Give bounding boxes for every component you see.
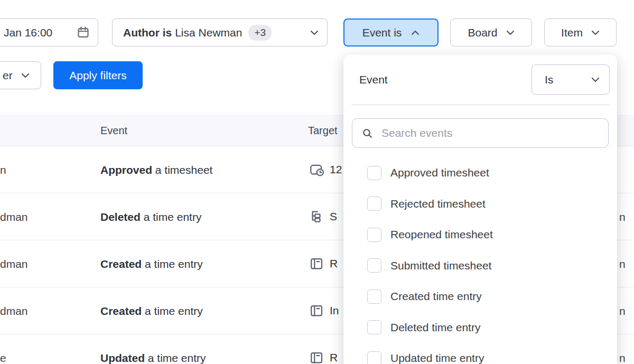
event-option-checkbox[interactable]: [367, 258, 381, 273]
event-option-label: Approved timesheet: [390, 166, 489, 179]
row-event-rest: a time entry: [145, 352, 206, 364]
row-event-text: Approved a timesheet: [100, 146, 212, 193]
event-filter-label: Event is: [362, 26, 402, 39]
apply-filters-button[interactable]: Apply filters: [53, 61, 143, 89]
search-icon: [361, 127, 374, 139]
event-option-label: Updated time entry: [390, 352, 484, 364]
row-target: In: [309, 287, 339, 334]
board-filter-button[interactable]: Board: [450, 18, 532, 46]
row-event-text: Created a time entry: [100, 287, 203, 334]
event-option-checkbox[interactable]: [367, 197, 381, 211]
row-event-rest: a time entry: [142, 305, 203, 317]
chevron-down-icon: [591, 77, 600, 82]
operator-select[interactable]: Is: [532, 64, 610, 95]
chevron-down-icon: [506, 30, 515, 35]
row-event-text: Deleted a time entry: [100, 193, 201, 240]
row-target: S: [309, 193, 337, 240]
event-option[interactable]: Deleted time entry: [343, 312, 617, 343]
row-target-fragment: S: [330, 210, 337, 223]
event-option-checkbox[interactable]: [367, 228, 381, 242]
event-option[interactable]: Rejected timesheet: [343, 189, 617, 220]
event-filter-dropdown: Event Is Approved timesheet Rejected tim…: [343, 54, 617, 364]
event-option-checkbox[interactable]: [367, 166, 381, 180]
dropdown-divider: [351, 105, 610, 105]
board-icon: [309, 303, 324, 319]
row-target: 12: [309, 146, 342, 193]
event-option[interactable]: Reopened timesheet: [343, 219, 617, 250]
board-filter-label: Board: [468, 26, 497, 39]
row-author-fragment: dman: [0, 193, 28, 240]
row-event-text: Updated a time entry: [100, 334, 206, 364]
chevron-up-icon: [411, 30, 419, 35]
row-right-fragment: n: [619, 240, 626, 287]
event-option-label: Created time entry: [390, 290, 482, 303]
calendar-icon: [76, 25, 90, 40]
row-event-rest: a time entry: [141, 211, 202, 223]
event-option-checkbox[interactable]: [367, 320, 381, 334]
column-header-target: Target: [308, 116, 338, 146]
chevron-down-icon: [310, 30, 319, 35]
dropdown-field-label: Event: [359, 54, 388, 105]
row-event-verb: Approved: [100, 164, 152, 176]
row-target-fragment: R: [330, 351, 338, 364]
date-filter-value: Jan 16:00: [4, 26, 52, 39]
row-right-fragment: n: [619, 334, 626, 364]
event-option-checkbox[interactable]: [367, 351, 381, 364]
item-filter-button[interactable]: Item: [544, 18, 617, 46]
row-event-verb: Deleted: [100, 211, 141, 223]
row-author-fragment: dman: [0, 240, 28, 287]
event-filter-button[interactable]: Event is: [343, 18, 439, 46]
event-option[interactable]: Submitted timesheet: [343, 250, 617, 282]
row-event-verb: Created: [100, 305, 142, 317]
board-icon: [309, 350, 324, 364]
row-author-fragment: e: [0, 334, 6, 364]
row-event-verb: Created: [100, 258, 142, 270]
event-option-label: Rejected timesheet: [390, 198, 486, 210]
column-header-event: Event: [100, 116, 127, 146]
row-event-rest: a time entry: [142, 258, 203, 270]
event-option-label: Submitted timesheet: [390, 259, 491, 272]
event-option[interactable]: Created time entry: [343, 281, 617, 312]
event-options-list: Approved timesheet Rejected timesheet Re…: [343, 157, 617, 364]
timesheet-clock-icon: [309, 162, 324, 178]
row-target: R: [309, 240, 338, 287]
row-right-fragment: n: [619, 287, 626, 334]
event-search-input[interactable]: [380, 126, 608, 140]
row-event-text: Created a time entry: [100, 240, 203, 287]
row-author-fragment: n: [0, 146, 6, 193]
author-filter-field: Author is: [123, 26, 172, 39]
row-right-fragment: n: [619, 193, 626, 240]
subitems-icon: [309, 209, 324, 225]
event-option-checkbox[interactable]: [367, 290, 381, 304]
event-option[interactable]: Updated time entry: [343, 343, 617, 364]
event-option-label: Deleted time entry: [390, 321, 480, 334]
operator-value: Is: [545, 73, 553, 86]
row-target: R: [309, 334, 338, 364]
author-filter-value: Lisa Newman: [175, 26, 242, 39]
row-target-fragment: 12: [330, 163, 342, 176]
event-option-label: Reopened timesheet: [390, 228, 493, 241]
item-filter-label: Item: [561, 26, 583, 39]
event-search-box: [352, 118, 609, 148]
truncated-filter-label: er: [3, 69, 13, 82]
truncated-filter-button[interactable]: er: [0, 61, 41, 89]
author-filter-count-badge: +3: [248, 25, 272, 41]
row-target-fragment: R: [330, 257, 338, 270]
chevron-down-icon: [591, 30, 600, 35]
author-filter[interactable]: Author is Lisa Newman +3: [112, 18, 328, 46]
row-author-fragment: dman: [0, 287, 28, 334]
date-range-filter[interactable]: Jan 16:00: [0, 18, 98, 46]
row-target-fragment: In: [330, 304, 339, 317]
event-option[interactable]: Approved timesheet: [343, 157, 617, 189]
chevron-down-icon: [21, 73, 30, 78]
row-event-rest: a timesheet: [152, 164, 212, 176]
row-event-verb: Updated: [100, 352, 145, 364]
board-icon: [309, 256, 324, 272]
